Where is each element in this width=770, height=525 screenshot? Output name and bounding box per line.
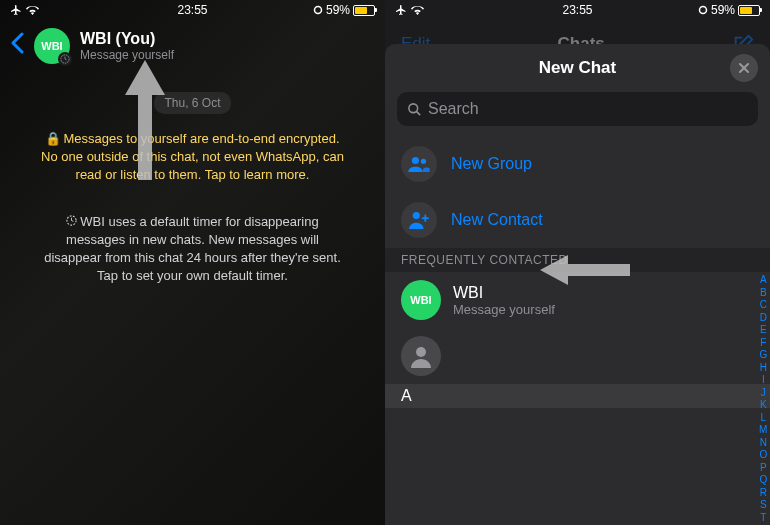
new-contact-label: New Contact bbox=[451, 211, 543, 229]
contact-subtitle: Message yourself bbox=[453, 302, 754, 317]
svg-point-0 bbox=[314, 7, 321, 14]
index-letter-b[interactable]: B bbox=[760, 287, 767, 300]
new-group-label: New Group bbox=[451, 155, 532, 173]
battery-percent: 59% bbox=[711, 3, 735, 17]
index-letter-c[interactable]: C bbox=[760, 299, 767, 312]
encryption-notice[interactable]: 🔒Messages to yourself are end-to-end enc… bbox=[30, 130, 355, 185]
letter-section-a: A bbox=[385, 384, 770, 408]
index-letter-n[interactable]: N bbox=[760, 437, 767, 450]
svg-point-4 bbox=[409, 103, 418, 112]
index-letter-h[interactable]: H bbox=[760, 362, 767, 375]
status-bar: 23:55 59% bbox=[385, 0, 770, 20]
index-letter-q[interactable]: Q bbox=[759, 474, 767, 487]
contact-name: WBI bbox=[453, 284, 754, 302]
chat-header: WBI WBI (You) Message yourself bbox=[0, 20, 385, 72]
chat-screen: 23:55 59% WBI WBI (You) Message yourself… bbox=[0, 0, 385, 525]
index-letter-i[interactable]: I bbox=[762, 374, 765, 387]
chat-title: WBI (You) bbox=[80, 30, 375, 48]
ring-icon bbox=[313, 5, 323, 15]
svg-point-7 bbox=[413, 212, 420, 219]
airplane-mode-icon bbox=[10, 4, 22, 16]
lock-icon: 🔒 bbox=[45, 130, 61, 148]
new-group-row[interactable]: New Group bbox=[385, 136, 770, 192]
battery-icon bbox=[738, 5, 760, 16]
search-placeholder: Search bbox=[428, 100, 479, 118]
index-letter-e[interactable]: E bbox=[760, 324, 767, 337]
wifi-icon bbox=[411, 5, 424, 15]
close-button[interactable] bbox=[730, 54, 758, 82]
airplane-mode-icon bbox=[395, 4, 407, 16]
index-letter-j[interactable]: J bbox=[761, 387, 766, 400]
alphabet-index[interactable]: ABCDEFGHIJKLMNOPQRSTUVW bbox=[759, 274, 768, 525]
svg-point-3 bbox=[699, 7, 706, 14]
index-letter-p[interactable]: P bbox=[760, 462, 767, 475]
index-letter-g[interactable]: G bbox=[759, 349, 767, 362]
index-letter-o[interactable]: O bbox=[759, 449, 767, 462]
index-letter-r[interactable]: R bbox=[760, 487, 767, 500]
avatar-text: WBI bbox=[41, 40, 62, 52]
chat-body: Thu, 6 Oct 🔒Messages to yourself are end… bbox=[0, 72, 385, 305]
index-letter-s[interactable]: S bbox=[760, 499, 767, 512]
index-letter-f[interactable]: F bbox=[760, 337, 766, 350]
timer-icon bbox=[66, 213, 77, 231]
header-text-block[interactable]: WBI (You) Message yourself bbox=[80, 30, 375, 62]
battery-icon bbox=[353, 5, 375, 16]
annotation-arrow-left bbox=[540, 255, 630, 285]
status-time: 23:55 bbox=[562, 3, 592, 17]
svg-point-8 bbox=[416, 347, 426, 357]
timer-notice[interactable]: WBI uses a default timer for disappearin… bbox=[30, 213, 355, 286]
index-letter-m[interactable]: M bbox=[759, 424, 767, 437]
annotation-arrow-up bbox=[125, 60, 165, 180]
modal-title: New Chat bbox=[539, 58, 616, 78]
wifi-icon bbox=[26, 5, 39, 15]
index-letter-d[interactable]: D bbox=[760, 312, 767, 325]
back-button[interactable] bbox=[10, 32, 24, 60]
new-chat-screen: 23:55 59% Edit Chats New Chat Search New… bbox=[385, 0, 770, 525]
contact-row-blank[interactable] bbox=[385, 328, 770, 384]
disappearing-badge-icon bbox=[58, 52, 72, 66]
index-letter-a[interactable]: A bbox=[760, 274, 767, 287]
contact-avatar: WBI bbox=[401, 280, 441, 320]
index-letter-l[interactable]: L bbox=[760, 412, 766, 425]
ring-icon bbox=[698, 5, 708, 15]
index-letter-t[interactable]: T bbox=[760, 512, 766, 525]
status-bar: 23:55 59% bbox=[0, 0, 385, 20]
search-input[interactable]: Search bbox=[397, 92, 758, 126]
self-avatar[interactable]: WBI bbox=[34, 28, 70, 64]
date-label: Thu, 6 Oct bbox=[154, 92, 230, 114]
new-contact-row[interactable]: New Contact bbox=[385, 192, 770, 248]
blank-avatar-icon bbox=[401, 336, 441, 376]
status-time: 23:55 bbox=[177, 3, 207, 17]
battery-percent: 59% bbox=[326, 3, 350, 17]
search-icon bbox=[407, 102, 422, 117]
index-letter-k[interactable]: K bbox=[760, 399, 767, 412]
add-contact-icon bbox=[401, 202, 437, 238]
svg-point-6 bbox=[421, 159, 426, 164]
group-icon bbox=[401, 146, 437, 182]
svg-point-5 bbox=[412, 157, 419, 164]
modal-header: New Chat bbox=[385, 44, 770, 92]
